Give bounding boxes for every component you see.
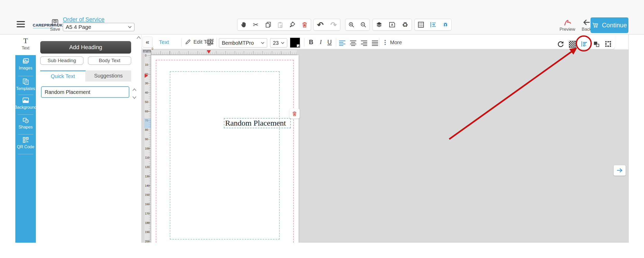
- ruler-mark-label: 10: [145, 63, 150, 66]
- continue-button[interactable]: Continue: [591, 17, 628, 33]
- tab-suggestions[interactable]: Suggestions: [86, 70, 131, 81]
- spellcheck-label: ABC: [207, 38, 214, 42]
- preview-button[interactable]: Preview: [558, 18, 576, 32]
- editor-app: CAREPRINT.UK Save Order of Service A5 4 …: [0, 0, 644, 258]
- shapes-icon: [22, 117, 29, 124]
- checkerboard: [569, 41, 576, 48]
- sidebar-item-label: Templates: [16, 86, 35, 91]
- align-center-button[interactable]: [349, 40, 358, 47]
- add-heading-button[interactable]: Add Heading: [40, 41, 131, 54]
- text-position-icon[interactable]: [579, 39, 589, 49]
- zoom-out-icon[interactable]: [358, 20, 369, 30]
- align-justify-button[interactable]: [371, 40, 380, 47]
- arrange-icon[interactable]: [591, 39, 601, 49]
- more-label: More: [390, 40, 402, 46]
- save-button[interactable]: Save: [49, 19, 61, 32]
- continue-label: Continue: [602, 22, 627, 29]
- sidebar-item-label: Text: [22, 46, 29, 50]
- font-size-value: 23: [273, 40, 279, 46]
- sidebar-item-label: QR Code: [17, 145, 34, 149]
- delete-element-button[interactable]: [289, 109, 300, 119]
- cursor-position-marker-vertical: [145, 74, 148, 78]
- ruler-mark-label: 90: [145, 138, 150, 141]
- spellcheck-button[interactable]: ABC: [207, 38, 214, 47]
- qr-code-icon: [22, 136, 29, 144]
- margins-icon[interactable]: [428, 20, 438, 30]
- undo-icon[interactable]: ↶: [315, 20, 326, 30]
- quick-text-scroll-up-icon[interactable]: [132, 87, 136, 92]
- align-left-button[interactable]: [338, 40, 347, 47]
- sidebar-item-label: Images: [19, 66, 32, 70]
- cursor-position-marker-horizontal: [207, 50, 211, 54]
- sidebar-item-text[interactable]: T Text: [15, 37, 36, 50]
- sidebar-item-shapes[interactable]: Shapes: [15, 117, 36, 130]
- quick-text-scroll-down-icon[interactable]: [132, 95, 136, 100]
- swatch-corner: [297, 44, 299, 47]
- templates-icon: [22, 78, 29, 85]
- toolbar-separator: [216, 38, 217, 47]
- sidebar-item-label: Background: [15, 105, 37, 110]
- hamburger-menu-icon[interactable]: [17, 21, 25, 27]
- multi-select-icon[interactable]: [603, 39, 613, 49]
- grid-icon[interactable]: [416, 20, 426, 30]
- font-size-select[interactable]: 23: [270, 38, 287, 48]
- ruler-mark-label: 180: [145, 221, 150, 224]
- bold-button[interactable]: B: [307, 39, 315, 46]
- more-button[interactable]: ⋮ More: [382, 39, 402, 46]
- ruler-mark-label: 0: [145, 54, 150, 57]
- tab-quick-text[interactable]: Quick Text: [40, 70, 86, 81]
- back-label: Back: [582, 27, 592, 32]
- sidebar-divider: [18, 134, 33, 134]
- underline-button[interactable]: U: [326, 39, 333, 46]
- rotate-icon[interactable]: [555, 39, 566, 49]
- horizontal-ruler: [151, 50, 297, 55]
- sub-heading-button[interactable]: Sub Heading: [40, 56, 83, 65]
- body-text-button[interactable]: Body Text: [88, 56, 131, 65]
- next-page-button[interactable]: [613, 165, 626, 176]
- recycle-icon[interactable]: ♻: [400, 20, 410, 30]
- toolbar-separator: [336, 38, 336, 47]
- product-link[interactable]: Order of Service: [63, 16, 104, 23]
- text-tool-icon: T: [23, 37, 28, 45]
- page-size-select[interactable]: A5 4 Page: [63, 23, 135, 31]
- panel-scroll-up-icon[interactable]: [137, 35, 141, 40]
- copy-icon[interactable]: [263, 20, 273, 30]
- vertical-ruler: 0102030405060708090100110120130140150160…: [144, 53, 151, 243]
- spellcheck-lines-icon: [207, 43, 213, 46]
- toolbar-group-grid: [414, 19, 452, 31]
- sidebar-item-label: Shapes: [18, 125, 32, 130]
- sidebar-item-images[interactable]: Images: [15, 57, 36, 70]
- toolbar-group-edit: ✂: [237, 19, 311, 31]
- align-right-button[interactable]: [360, 40, 369, 47]
- text-frame-icon[interactable]: A: [387, 20, 397, 30]
- more-dots-icon: ⋮: [382, 39, 388, 46]
- text-color-swatch[interactable]: [290, 38, 300, 48]
- chevron-down-icon: [281, 42, 284, 44]
- collapse-panel-button[interactable]: «: [143, 37, 152, 48]
- ruler-mark-label: 30: [145, 82, 150, 85]
- bottom-margin: [0, 243, 644, 258]
- ruler-mark-label: 150: [145, 193, 150, 196]
- toolbar-group-objects: A ♻: [372, 19, 412, 31]
- sidebar-item-qr-code[interactable]: QR Code: [15, 136, 36, 149]
- snap-grid-icon[interactable]: [440, 20, 451, 30]
- text-element[interactable]: Random Placement: [224, 118, 291, 128]
- format-painter-icon[interactable]: [287, 20, 298, 30]
- delete-icon[interactable]: [299, 20, 310, 30]
- ruler-mark-label: 40: [145, 91, 150, 94]
- ruler-mark-label: 120: [145, 165, 150, 169]
- toolbar-group-history: ↶ ↷: [313, 19, 340, 31]
- zoom-in-icon[interactable]: [346, 20, 357, 30]
- italic-button[interactable]: I: [317, 39, 325, 46]
- quick-text-input[interactable]: [41, 86, 129, 98]
- layers-icon[interactable]: [374, 20, 384, 30]
- cut-icon[interactable]: ✂: [251, 20, 261, 30]
- toolbar-separator: [304, 38, 304, 47]
- font-family-select[interactable]: BemboMTPro: [219, 38, 267, 48]
- sidebar-item-background[interactable]: Background: [15, 97, 36, 110]
- pan-hand-icon[interactable]: [238, 20, 249, 30]
- transparency-icon[interactable]: [567, 39, 578, 49]
- sidebar-item-templates[interactable]: Templates: [15, 78, 36, 91]
- sidebar-divider: [18, 76, 33, 76]
- next-page-arrow-icon: [616, 168, 623, 173]
